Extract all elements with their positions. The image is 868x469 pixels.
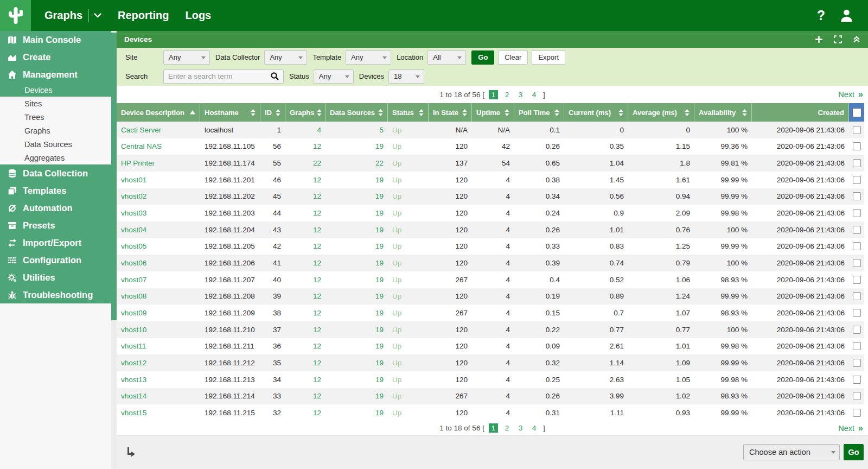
cell-graphs[interactable]: 12: [285, 192, 326, 200]
search-input[interactable]: [168, 72, 270, 80]
cell-description[interactable]: vhost08: [117, 292, 200, 300]
cell-description[interactable]: vhost13: [117, 376, 200, 384]
row-checkbox[interactable]: [853, 276, 861, 284]
cell-data-sources[interactable]: 19: [326, 226, 388, 234]
cell-graphs[interactable]: 12: [285, 309, 326, 317]
cell-graphs[interactable]: 12: [285, 392, 326, 400]
cell-data-sources[interactable]: 19: [326, 376, 388, 384]
next-page-link[interactable]: Next »: [838, 90, 863, 99]
cell-data-sources[interactable]: 19: [326, 392, 388, 400]
cell-data-sources[interactable]: 19: [326, 309, 388, 317]
sidebar-item-main-console[interactable]: Main Console: [0, 31, 111, 48]
sidebar-item-create[interactable]: Create: [0, 48, 111, 66]
data-collector-select[interactable]: Any: [264, 50, 307, 65]
select-all-checkbox[interactable]: [852, 108, 861, 117]
cell-description[interactable]: vhost04: [117, 226, 200, 234]
row-checkbox[interactable]: [853, 126, 861, 134]
cell-graphs[interactable]: 12: [285, 226, 326, 234]
sidebar-item-data-sources[interactable]: Data Sources: [0, 137, 111, 151]
export-button[interactable]: Export: [532, 50, 565, 65]
cell-data-sources[interactable]: 19: [326, 359, 388, 367]
clear-button[interactable]: Clear: [498, 50, 528, 65]
row-checkbox[interactable]: [853, 242, 861, 250]
row-checkbox[interactable]: [853, 392, 861, 400]
cell-description[interactable]: vhost12: [117, 359, 200, 367]
row-checkbox[interactable]: [853, 192, 861, 200]
scrollbar-thumb[interactable]: [111, 33, 117, 320]
action-dropdown[interactable]: Choose an action: [743, 444, 840, 460]
cell-graphs[interactable]: 4: [285, 126, 326, 134]
cell-graphs[interactable]: 12: [285, 176, 326, 184]
page-link-4[interactable]: 4: [529, 90, 539, 99]
cell-description[interactable]: vhost11: [117, 342, 200, 350]
go-button[interactable]: Go: [471, 50, 494, 65]
column-header-data-sources[interactable]: Data Sources: [326, 103, 388, 122]
sidebar-item-automation[interactable]: Automation: [0, 199, 111, 217]
chevron-down-icon[interactable]: [94, 13, 101, 18]
cell-description[interactable]: vhost09: [117, 309, 200, 317]
cell-description[interactable]: vhost10: [117, 326, 200, 334]
cell-description[interactable]: Cacti Server: [117, 126, 200, 134]
cell-description[interactable]: vhost02: [117, 192, 200, 200]
action-go-button[interactable]: Go: [844, 444, 864, 460]
status-select[interactable]: Any: [314, 69, 354, 84]
sidebar-item-presets[interactable]: Presets: [0, 217, 111, 234]
column-header-status[interactable]: Status: [388, 103, 429, 122]
page-link-3[interactable]: 3: [516, 423, 525, 433]
cell-data-sources[interactable]: 19: [326, 409, 388, 417]
tab-graphs[interactable]: Graphs: [36, 0, 110, 31]
cell-data-sources[interactable]: 19: [326, 176, 388, 184]
cell-graphs[interactable]: 12: [285, 292, 326, 300]
cell-data-sources[interactable]: 19: [326, 259, 388, 267]
sidebar-item-trees[interactable]: Trees: [0, 110, 111, 124]
cell-graphs[interactable]: 12: [285, 409, 326, 417]
cell-graphs[interactable]: 12: [285, 142, 326, 150]
sidebar-item-management[interactable]: Management: [0, 66, 111, 83]
sidebar-item-utilities[interactable]: Utilities: [0, 269, 111, 286]
devices-per-page-select[interactable]: 18: [388, 69, 424, 84]
cell-data-sources[interactable]: 19: [326, 209, 388, 217]
row-checkbox[interactable]: [853, 259, 861, 267]
row-checkbox[interactable]: [853, 359, 861, 367]
cell-graphs[interactable]: 12: [285, 376, 326, 384]
cactus-logo[interactable]: [0, 0, 31, 31]
cell-data-sources[interactable]: 22: [326, 159, 388, 167]
sidebar-item-aggregates[interactable]: Aggregates: [0, 151, 111, 164]
cell-data-sources[interactable]: 19: [326, 292, 388, 300]
collapse-icon[interactable]: [853, 36, 860, 43]
column-header-hostname[interactable]: Hostname: [200, 103, 260, 122]
cell-description[interactable]: Central NAS: [117, 142, 200, 150]
cell-description[interactable]: vhost15: [117, 409, 200, 417]
cell-data-sources[interactable]: 19: [326, 326, 388, 334]
page-link-2[interactable]: 2: [502, 90, 512, 99]
column-header-in-state[interactable]: In State: [429, 103, 472, 122]
page-link-2[interactable]: 2: [502, 423, 512, 433]
column-header-uptime[interactable]: Uptime: [472, 103, 514, 122]
row-checkbox[interactable]: [853, 176, 861, 184]
column-header-device-description[interactable]: Device Description: [117, 103, 200, 122]
sidebar-item-templates[interactable]: Templates: [0, 182, 111, 199]
cell-graphs[interactable]: 12: [285, 326, 326, 334]
cell-description[interactable]: vhost07: [117, 276, 200, 284]
row-checkbox[interactable]: [853, 326, 861, 334]
sidebar-item-configuration[interactable]: Configuration: [0, 251, 111, 269]
tab-reporting[interactable]: Reporting: [110, 0, 177, 31]
cell-data-sources[interactable]: 19: [326, 342, 388, 350]
location-select[interactable]: All: [427, 50, 466, 65]
row-checkbox[interactable]: [853, 409, 861, 417]
template-select[interactable]: Any: [346, 50, 391, 65]
help-icon[interactable]: ?: [817, 8, 825, 23]
row-checkbox[interactable]: [853, 209, 861, 217]
column-header-availability[interactable]: Availability: [694, 103, 752, 122]
row-checkbox[interactable]: [853, 292, 861, 300]
cell-description[interactable]: HP Printer: [117, 159, 200, 167]
sidebar-item-data-collection[interactable]: Data Collection: [0, 164, 111, 182]
cell-graphs[interactable]: 12: [285, 259, 326, 267]
cell-data-sources[interactable]: 19: [326, 142, 388, 150]
cell-description[interactable]: vhost06: [117, 259, 200, 267]
cell-description[interactable]: vhost03: [117, 209, 200, 217]
cell-graphs[interactable]: 12: [285, 342, 326, 350]
cell-data-sources[interactable]: 19: [326, 192, 388, 200]
column-header-id[interactable]: ID: [260, 103, 285, 122]
page-link-4[interactable]: 4: [529, 423, 539, 433]
